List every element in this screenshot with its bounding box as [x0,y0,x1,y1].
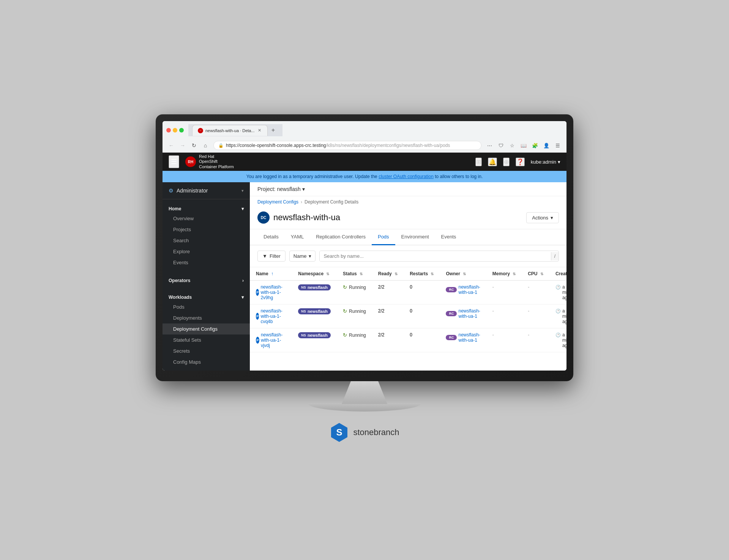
window-minimize-button[interactable] [173,128,177,133]
sidebar-item-projects[interactable]: Projects [163,224,250,235]
sidebar-item-explore[interactable]: Explore [163,246,250,257]
user-menu[interactable]: kube:admin ▾ [531,159,560,165]
forward-button[interactable]: → [178,140,188,150]
col-ready[interactable]: Ready ⇅ [372,267,404,281]
namespace-badge[interactable]: NS newsflash [298,332,331,338]
sidebar-item-workloads[interactable]: Workloads ▾ [163,291,250,301]
monitor-wrapper: ○ newsflash-with-ua · Deta... ✕ + ← → ↻ … [156,114,573,446]
sidebar-item-overview[interactable]: Overview [163,213,250,224]
sidebar-item-deployment-configs[interactable]: Deployment Configs [163,323,250,334]
notification-bell-icon[interactable]: 🔔 [488,158,497,166]
role-label: Administrator [177,188,208,194]
address-bar[interactable]: 🔒 https://console-openshift-console.apps… [213,141,481,150]
breadcrumb: Deployment Configs › Deployment Config D… [250,196,566,208]
sidebar-item-deployments[interactable]: Deployments [163,312,250,323]
reading-list-icon[interactable]: 📖 [519,140,529,150]
rc-badge: RC [446,287,457,292]
redhat-logo-icon: RH [185,156,196,167]
project-chevron-icon: ▾ [302,186,305,192]
sidebar-item-config-maps[interactable]: Config Maps [163,357,250,368]
namespace-sort-icon: ⇅ [326,272,329,276]
sidebar-item-operators[interactable]: Operators › [163,274,250,285]
col-namespace[interactable]: Namespace ⇅ [292,267,337,281]
namespace-badge[interactable]: NS newsflash [298,308,331,314]
sidebar-item-secrets[interactable]: Secrets [163,345,250,357]
pod-name-link[interactable]: P newsflash-with-ua-1-cvq4b [256,313,286,319]
ns-badge-icon: NS [301,286,306,289]
tab-events[interactable]: Events [435,229,462,245]
tab-pods[interactable]: Pods [372,229,395,245]
home-button[interactable]: ⌂ [200,140,210,150]
star-icon[interactable]: ☆ [507,140,517,150]
pod-name-link[interactable]: P newsflash-with-ua-1-2v9hg [256,289,286,295]
bookmarks-button[interactable]: ⋯ [484,140,494,150]
search-slash-button[interactable]: / [551,252,559,260]
browser-tab-active[interactable]: ○ newsflash-with-ua · Deta... ✕ [192,125,268,136]
app-container: ☰ RH Red Hat OpenShift Container Platfor… [163,153,566,371]
tab-environment[interactable]: Environment [395,229,435,245]
tab-details[interactable]: Details [257,229,285,245]
back-button[interactable]: ← [166,140,176,150]
banner-text-part2: to allow others to log in. [435,174,483,179]
pod-owner-link[interactable]: RC newsflash-with-ua-1 [446,287,480,292]
col-created[interactable]: Created ⇅ [549,267,566,281]
pod-ready-cell: 2/2 [372,281,404,304]
col-name[interactable]: Name ↑ [250,267,292,281]
home-chevron-icon: ▾ [241,206,244,211]
plus-icon[interactable]: ⊕ [503,158,510,166]
clock-icon: 🕐 [555,309,561,314]
pod-owner-cell: RC newsflash-with-ua-1 [440,328,486,352]
account-icon[interactable]: 👤 [541,140,551,150]
clock-icon: 🕐 [555,285,561,290]
help-icon[interactable]: ❓ [516,158,525,166]
sidebar-item-stateful-sets[interactable]: Stateful Sets [163,334,250,345]
project-selector[interactable]: Project: newsflash ▾ [257,186,305,192]
col-owner[interactable]: Owner ⇅ [440,267,486,281]
oauth-config-link[interactable]: cluster OAuth configuration [379,174,434,179]
extensions-icon[interactable]: 🧩 [530,140,540,150]
hamburger-menu-button[interactable]: ☰ [169,155,179,168]
actions-chevron-icon: ▾ [551,215,553,221]
operators-label: Operators [169,278,190,283]
pod-name-link[interactable]: P newsflash-with-ua-1-vjvdj [256,337,286,342]
workloads-label: Workloads [169,295,192,300]
filter-name-select[interactable]: Name ▾ [289,251,316,262]
sidebar-item-search[interactable]: Search [163,235,250,246]
created-text: a minute ago [562,332,566,348]
new-tab-button[interactable]: + [268,124,279,136]
pod-icon: P [256,337,259,344]
col-restarts[interactable]: Restarts ⇅ [404,267,440,281]
project-label: Project: [257,186,275,192]
sidebar-item-events[interactable]: Events [163,257,250,268]
sidebar-item-pods[interactable]: Pods [163,301,250,312]
breadcrumb-deployment-configs-link[interactable]: Deployment Configs [257,199,298,205]
actions-button[interactable]: Actions ▾ [526,212,559,223]
tab-close-button[interactable]: ✕ [257,128,262,133]
rc-badge: RC [446,311,457,316]
shield-icon[interactable]: 🛡 [496,140,506,150]
namespace-badge[interactable]: NS newsflash [298,284,331,290]
app-top-bar: ☰ RH Red Hat OpenShift Container Platfor… [163,153,566,171]
window-maximize-button[interactable] [179,128,184,133]
reload-button[interactable]: ↻ [189,140,199,150]
search-input[interactable] [320,251,551,261]
col-cpu[interactable]: CPU ⇅ [522,267,549,281]
filter-button[interactable]: ▼ Filter [257,251,286,262]
page-header: DC newsflash-with-ua Actions ▾ [250,208,566,229]
col-memory[interactable]: Memory ⇅ [486,267,522,281]
window-close-button[interactable] [166,128,171,133]
grid-icon[interactable]: ⊞ [475,158,482,166]
pod-name-cell: P newsflash-with-ua-1-vjvdj [250,328,292,352]
pods-table: Name ↑ Namespace ⇅ Status ⇅ [250,267,566,352]
tab-replication-controllers[interactable]: Replication Controllers [310,229,372,245]
pod-owner-link[interactable]: RC newsflash-with-ua-1 [446,334,480,340]
menu-button[interactable]: ☰ [553,140,563,150]
tab-yaml[interactable]: YAML [285,229,310,245]
pod-owner-link[interactable]: RC newsflash-with-ua-1 [446,311,480,316]
browser-title-bar: ○ newsflash-with-ua · Deta... ✕ + [163,121,566,139]
role-selector[interactable]: ⚙ Administrator ▾ [163,182,250,199]
col-status[interactable]: Status ⇅ [337,267,372,281]
pod-created-cell: 🕐 a minute ago [549,304,566,328]
sidebar-item-home[interactable]: Home ▾ [163,202,250,213]
monitor-screen: ○ newsflash-with-ua · Deta... ✕ + ← → ↻ … [163,121,566,371]
